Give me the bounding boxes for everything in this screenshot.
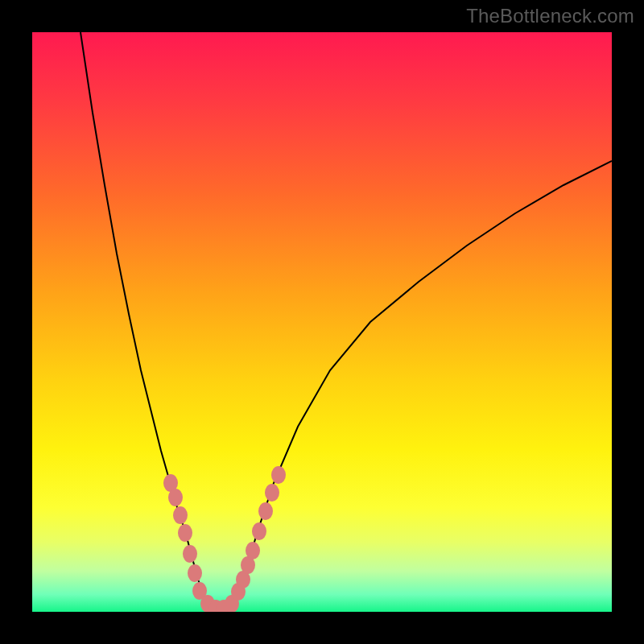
curve-right-branch	[237, 161, 612, 596]
bead-point	[271, 466, 286, 484]
bead-point	[168, 489, 183, 506]
beads-left	[163, 474, 207, 600]
bead-point	[246, 542, 260, 559]
bead-point	[188, 564, 202, 582]
bead-point	[252, 522, 266, 540]
bead-point	[178, 524, 192, 542]
bead-point	[173, 506, 188, 524]
bead-point	[265, 484, 279, 502]
curve-svg	[32, 32, 612, 612]
watermark-text: TheBottleneck.com	[466, 5, 634, 27]
bead-point	[258, 502, 273, 520]
plot-area	[32, 32, 612, 612]
chart-frame: TheBottleneck.com	[0, 0, 644, 644]
bead-point	[183, 545, 197, 563]
beads-right	[231, 466, 286, 601]
